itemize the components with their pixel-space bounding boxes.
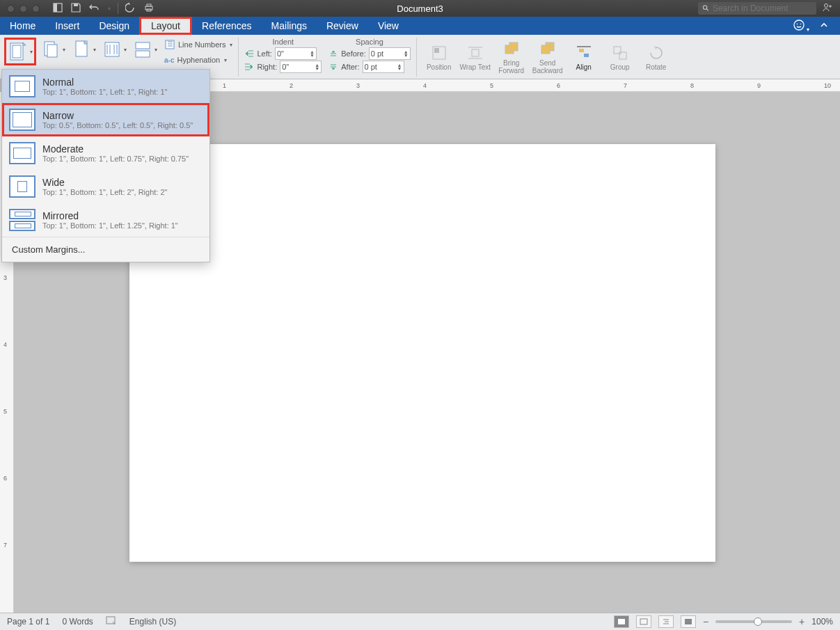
tab-mailings[interactable]: Mailings xyxy=(262,17,317,35)
breaks-button[interactable]: ▾ xyxy=(131,38,159,61)
close-window-icon[interactable] xyxy=(7,5,15,13)
margins-icon-mirrored xyxy=(9,209,35,231)
share-icon[interactable] xyxy=(822,2,833,15)
wrap-text-button[interactable]: Wrap Text xyxy=(459,38,492,77)
view-focus-icon[interactable] xyxy=(681,615,696,628)
print-icon[interactable] xyxy=(143,2,154,15)
margins-option-moderate[interactable]: ModerateTop: 1", Bottom: 1", Left: 0.75"… xyxy=(2,136,209,170)
line-numbers-label: Line Numbers xyxy=(178,40,225,49)
minimize-window-icon[interactable] xyxy=(19,5,27,13)
svg-rect-41 xyxy=(584,54,589,57)
tab-design[interactable]: Design xyxy=(89,17,139,35)
menu-bar: Home Insert Design Layout References Mai… xyxy=(0,17,840,35)
indent-right-icon xyxy=(244,63,254,71)
svg-rect-1 xyxy=(54,3,57,12)
search-input[interactable] xyxy=(713,3,812,13)
line-numbers-button[interactable]: Line Numbers▾ xyxy=(164,38,232,52)
position-button[interactable]: Position xyxy=(422,38,456,77)
feedback-icon[interactable]: ▾ xyxy=(793,19,809,33)
title-bar: ▾ Document3 xyxy=(0,0,840,17)
window-controls xyxy=(0,5,40,13)
rotate-button[interactable]: Rotate xyxy=(640,38,673,77)
redo-icon[interactable] xyxy=(125,2,136,15)
svg-point-13 xyxy=(800,23,802,24)
svg-rect-38 xyxy=(541,45,550,54)
custom-margins-button[interactable]: Custom Margins... xyxy=(2,237,209,262)
margins-option-narrow[interactable]: NarrowTop: 0.5", Bottom: 0.5", Left: 0.5… xyxy=(2,103,209,136)
indent-left-icon xyxy=(244,49,254,58)
indent-right-input[interactable]: 0"▲▼ xyxy=(280,61,322,73)
hyphenation-button[interactable]: a-c Hyphenation▾ xyxy=(164,53,232,67)
svg-rect-46 xyxy=(640,619,647,624)
svg-rect-45 xyxy=(618,619,625,624)
columns-button[interactable]: ▾ xyxy=(100,38,128,61)
svg-line-7 xyxy=(706,9,708,11)
zoom-slider[interactable] xyxy=(715,620,792,623)
svg-rect-17 xyxy=(47,45,57,57)
spacing-after-input[interactable]: 0 pt▲▼ xyxy=(363,61,404,73)
indent-right-label: Right: xyxy=(257,63,277,71)
quick-access-toolbar: ▾ xyxy=(52,2,154,15)
svg-rect-40 xyxy=(579,49,584,52)
spellcheck-icon[interactable] xyxy=(106,616,117,628)
tab-insert[interactable]: Insert xyxy=(45,17,89,35)
spacing-before-label: Before: xyxy=(341,49,365,58)
hyphenation-label: Hyphenation xyxy=(177,56,220,64)
indent-header: Indent xyxy=(244,38,322,46)
tab-review[interactable]: Review xyxy=(317,17,368,35)
svg-point-11 xyxy=(794,20,804,30)
document-page[interactable] xyxy=(129,144,715,562)
svg-rect-50 xyxy=(685,619,692,624)
margins-button[interactable]: ▾ xyxy=(4,38,36,65)
orientation-button[interactable]: ▾ xyxy=(39,38,67,61)
tab-layout[interactable]: Layout xyxy=(139,17,192,35)
view-outline-icon[interactable] xyxy=(658,615,674,628)
margins-option-normal[interactable]: NormalTop: 1", Bottom: 1", Left: 1", Rig… xyxy=(2,70,209,103)
view-web-layout-icon[interactable] xyxy=(636,615,651,628)
spacing-before-input[interactable]: 0 pt▲▼ xyxy=(369,47,411,60)
spacing-before-icon xyxy=(328,49,338,58)
margins-dropdown: NormalTop: 1", Bottom: 1", Left: 1", Rig… xyxy=(1,69,210,262)
tab-home[interactable]: Home xyxy=(0,17,45,35)
maximize-window-icon[interactable] xyxy=(32,5,40,13)
margins-icon-moderate xyxy=(9,142,35,164)
svg-rect-25 xyxy=(136,51,150,57)
tab-view[interactable]: View xyxy=(368,17,409,35)
collapse-ribbon-icon[interactable] xyxy=(819,20,829,32)
zoom-level[interactable]: 100% xyxy=(811,617,833,627)
status-language[interactable]: English (US) xyxy=(129,617,176,627)
size-button[interactable]: ▾ xyxy=(70,38,97,61)
margins-option-wide[interactable]: WideTop: 1", Bottom: 1", Left: 2", Right… xyxy=(2,170,209,203)
tab-references[interactable]: References xyxy=(192,17,262,35)
spacing-header: Spacing xyxy=(328,38,410,46)
status-page[interactable]: Page 1 of 1 xyxy=(7,617,49,627)
save-icon[interactable] xyxy=(70,2,81,15)
svg-point-12 xyxy=(797,23,798,24)
svg-rect-2 xyxy=(74,3,78,6)
indent-group: Indent Left: 0"▲▼ Right: 0"▲▼ xyxy=(244,38,322,74)
indent-left-label: Left: xyxy=(257,49,271,58)
margins-option-mirrored[interactable]: MirroredTop: 1", Bottom: 1", Left: 1.25"… xyxy=(2,203,209,237)
bring-forward-button[interactable]: Bring Forward xyxy=(495,38,528,77)
margins-icon-normal xyxy=(9,75,35,97)
svg-rect-32 xyxy=(472,49,479,56)
group-button[interactable]: Group xyxy=(603,38,637,77)
zoom-out-icon[interactable]: − xyxy=(703,616,708,627)
send-backward-button[interactable]: Send Backward xyxy=(531,38,564,77)
undo-dropdown-icon[interactable]: ▾ xyxy=(108,6,111,12)
indent-left-input[interactable]: 0"▲▼ xyxy=(275,47,317,60)
autosave-icon[interactable] xyxy=(52,2,63,15)
search-box[interactable] xyxy=(698,2,816,15)
search-icon xyxy=(702,4,710,13)
align-button[interactable]: Align xyxy=(567,38,601,77)
svg-point-6 xyxy=(703,6,706,9)
zoom-in-icon[interactable]: + xyxy=(799,616,805,627)
svg-rect-4 xyxy=(147,4,151,6)
margins-icon-narrow xyxy=(9,109,35,131)
svg-rect-36 xyxy=(509,42,518,51)
status-bar: Page 1 of 1 0 Words English (US) − + 100… xyxy=(0,613,840,630)
spacing-group: Spacing Before: 0 pt▲▼ After: 0 pt▲▼ xyxy=(328,38,410,74)
status-words[interactable]: 0 Words xyxy=(62,617,93,627)
view-print-layout-icon[interactable] xyxy=(614,615,629,628)
undo-icon[interactable] xyxy=(88,2,100,15)
